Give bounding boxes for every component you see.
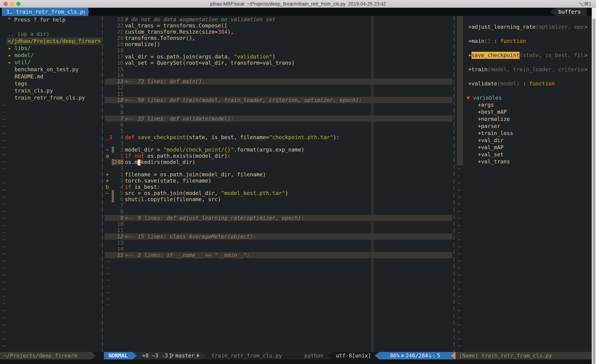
tag-item[interactable]: +main() : function	[456, 37, 596, 45]
empty-line-tilde: ~	[0, 236, 101, 243]
foldbar	[112, 246, 114, 252]
tag-token: function	[529, 80, 555, 87]
statusline: ~/Projects/deep_firearm NORMAL +8 ~3 -3 …	[0, 352, 596, 359]
scroll-percent: 86%	[390, 352, 399, 359]
tag-item[interactable]: +validate(model) : function	[456, 80, 596, 87]
code-line[interactable]: ~2 model_dir = "model/check_point/{}".fo…	[105, 146, 452, 153]
code-line[interactable]: ~5 src = os.path.join(model_dir, "model_…	[105, 190, 452, 196]
code-line[interactable]: 6 shutil.copyfile(filename, src)	[105, 196, 452, 202]
fold-line[interactable]: 10+-- 50 lines: def train(model, train_l…	[105, 97, 452, 103]
code-line[interactable]: 10	[105, 221, 452, 227]
code-line[interactable]: 246 os.makedirs(model_dir)	[105, 159, 452, 165]
code-line[interactable]: 6	[105, 122, 452, 128]
tag-item[interactable]: +val_mAP	[456, 144, 596, 151]
code-token: val_set = QuerySet(root=val_dir, transfo…	[125, 60, 295, 66]
code-line[interactable]: 11	[105, 227, 452, 233]
tree-item-dir[interactable]: ▸ model/	[0, 52, 101, 59]
tagbar-statusline: [Name] train_retr_from_cls.py	[455, 352, 596, 359]
fold-line[interactable]: 7+-- 35 lines: def validate(model):	[105, 116, 452, 122]
code-line[interactable]: _34def save_checkpoint(state, is_best, f…	[105, 134, 452, 140]
code-line[interactable]: 17val_dir = os.path.join(args.data, "val…	[105, 53, 452, 60]
lines-icon: ≡	[401, 352, 404, 359]
tag-item[interactable]: +val_trans	[456, 158, 596, 165]
code-line[interactable]: 1	[105, 165, 452, 171]
window-separator-left[interactable]	[102, 16, 103, 352]
code-line[interactable]: a1 if not os.path.exists(model_dir):	[105, 153, 452, 159]
code-line[interactable]: 8	[105, 209, 452, 215]
code-line[interactable]: 20 transforms.ToTensor(),	[105, 35, 452, 41]
code-line[interactable]: b4 if is_best:	[105, 184, 452, 190]
sign-column	[105, 29, 112, 35]
tab-train-retr-from-cls[interactable]: 1. train_retr_from_cls.py	[2, 8, 88, 16]
tag-item[interactable]: +best_mAP	[456, 109, 596, 116]
code-line[interactable]: 15	[105, 66, 452, 72]
tree-item-file[interactable]: README.md	[0, 73, 101, 80]
code-line[interactable]: 14	[105, 246, 452, 252]
fold-line[interactable]: 13+-- 73 lines: def main():	[105, 78, 452, 85]
sign-column	[105, 60, 112, 66]
empty-line-tilde: ~	[456, 179, 596, 186]
code-line[interactable]: 18	[105, 47, 452, 53]
code-line[interactable]: 11	[105, 91, 452, 97]
tree-item-dir[interactable]: ▸ util/	[0, 59, 101, 66]
code-line[interactable]: 23# do not do data augmentation on valid…	[105, 16, 452, 22]
code-text	[125, 66, 452, 72]
code-line[interactable]: +3 torch.save(state, filename)	[105, 178, 452, 184]
tag-item[interactable]: +parser	[456, 123, 596, 130]
code-line[interactable]: 5	[105, 128, 452, 134]
window-separator-right[interactable]	[454, 16, 454, 352]
powerline-arrow-icon	[201, 352, 206, 359]
tree-item-file[interactable]: train_cls.py	[0, 87, 101, 94]
buffers-label[interactable]: buffers	[555, 8, 587, 16]
tag-item[interactable]: +adjust_learning_rate(optimizer, epo>	[456, 23, 596, 30]
code-line[interactable]: 3	[105, 140, 452, 146]
empty-line-tilde: ~	[0, 172, 101, 179]
code-line[interactable]: 21 custom_transform.Resize(size=384),	[105, 29, 452, 35]
code-line[interactable]: 19 normalize])	[105, 41, 452, 47]
fold-line[interactable]: 9+-- 9 lines: def adjust_learning_rate(o…	[105, 215, 452, 221]
foldbar	[112, 221, 114, 227]
scrollbar-track[interactable]	[592, 8, 596, 364]
line-number: 9	[114, 103, 123, 109]
tree-item-file[interactable]: tags	[0, 80, 101, 87]
code-line[interactable]: 8	[105, 109, 452, 116]
empty-line-tilde: ~	[105, 295, 452, 302]
fold-line[interactable]: 12+-- 15 lines: class AverageMeter(objec…	[105, 233, 452, 240]
tag-item[interactable]: +normalize	[456, 116, 596, 123]
tree-up-dir[interactable]: .. (up a dir)	[0, 30, 101, 37]
scrollbar-thumb[interactable]	[593, 18, 595, 364]
tree-item-file[interactable]: train_retr_from_cls.py	[0, 94, 101, 101]
tag-item[interactable]: +args	[456, 101, 596, 109]
code-line[interactable]: 12	[105, 85, 452, 91]
code-line[interactable]: 16val_set = QuerySet(root=val_dir, trans…	[105, 60, 452, 66]
foldbar	[112, 227, 114, 233]
code-line[interactable]: +2 filename = os.path.join(model_dir, fi…	[105, 171, 452, 178]
line-number: 14	[114, 72, 123, 78]
tree-item-file[interactable]: benchmark_on_test.py	[0, 66, 101, 73]
tag-item[interactable]: +val_dir	[456, 137, 596, 144]
empty-line-tilde: ~	[456, 293, 596, 300]
tag-token: +val_mAP	[478, 144, 504, 151]
code-line[interactable]: 14	[105, 72, 452, 78]
tag-token: +normalize	[478, 116, 510, 123]
fold-line[interactable]: 15+-- 2 lines: if __name__ == "__main__"…	[105, 252, 452, 258]
code-line[interactable]: 22val_trans = transforms.Compose([	[105, 22, 452, 29]
empty-line-tilde: ~	[456, 321, 596, 328]
tree-item-dir[interactable]: ▸ libs/	[0, 45, 101, 52]
code-token: is_best:	[131, 184, 160, 190]
tree-root-item[interactable]: </jdhao/Projects/deep_firear>	[6, 37, 101, 45]
buffers-arrow-icon	[551, 8, 555, 16]
code-token: filename = os.path.join(model_dir, filen…	[125, 171, 266, 178]
code-line[interactable]: 7	[105, 202, 452, 209]
tag-item[interactable]: +train_loss	[456, 130, 596, 137]
tag-kind-variables[interactable]: ▼ variables	[456, 94, 596, 101]
code-line[interactable]: 9	[105, 103, 452, 109]
tagbar-arrow-icon	[451, 352, 455, 359]
empty-line-tilde: ~	[0, 293, 101, 300]
tag-item[interactable]: +train(model, train_loader, criterio>	[456, 66, 596, 73]
tag-item[interactable]: +save_checkpoint(state, is_best, fil>	[456, 52, 596, 59]
line-number: 5	[114, 128, 123, 134]
code-line[interactable]: 13	[105, 240, 452, 246]
empty-line-tilde: ~	[0, 314, 101, 321]
tag-item[interactable]: +val_set	[456, 151, 596, 158]
